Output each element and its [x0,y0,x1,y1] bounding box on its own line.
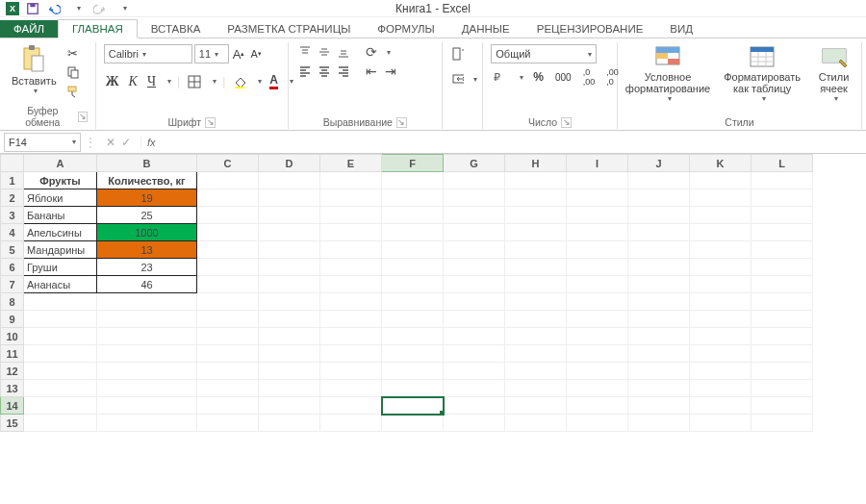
cell-E14[interactable] [320,397,382,415]
cell-D11[interactable] [259,345,320,363]
cell-H6[interactable] [505,259,567,276]
cell-E1[interactable] [320,172,382,189]
cell-L7[interactable] [751,276,813,293]
cell-A10[interactable] [24,328,97,345]
cell-F6[interactable] [382,259,444,276]
row-header-3[interactable]: 3 [1,207,24,224]
col-header-C[interactable]: C [197,155,259,172]
cell-E9[interactable] [320,311,382,328]
cell-C6[interactable] [197,259,259,276]
percent-format-icon[interactable]: % [531,70,546,84]
tab-рецензирование[interactable]: РЕЦЕНЗИРОВАНИЕ [523,20,657,38]
cell-J4[interactable] [628,224,690,241]
cell-L2[interactable] [751,189,813,207]
col-header-D[interactable]: D [259,155,320,172]
row-header-5[interactable]: 5 [1,241,24,259]
row-header-11[interactable]: 11 [1,345,24,363]
cell-H14[interactable] [505,397,567,415]
cell-L5[interactable] [751,241,813,259]
cell-L4[interactable] [751,224,813,241]
cell-D13[interactable] [259,380,320,397]
cell-F5[interactable] [382,241,444,259]
col-header-F[interactable]: F [382,155,444,172]
row-header-6[interactable]: 6 [1,259,24,276]
cell-C5[interactable] [197,241,259,259]
cell-F1[interactable] [382,172,444,189]
align-middle-icon[interactable] [316,44,331,60]
name-box[interactable]: F14 ▾ [4,133,81,152]
cell-L6[interactable] [751,259,813,276]
borders-dropdown-icon[interactable]: ▾ [213,77,216,86]
cell-L12[interactable] [751,363,813,380]
cell-G13[interactable] [444,380,505,397]
cell-B4[interactable]: 1000 [97,224,197,241]
cell-I13[interactable] [567,380,628,397]
name-box-dropdown-icon[interactable]: ▾ [72,138,76,146]
cell-I3[interactable] [567,207,628,224]
cell-J9[interactable] [628,311,690,328]
decrease-indent-icon[interactable]: ⇤ [364,63,379,79]
cell-K1[interactable] [690,172,751,189]
clipboard-launcher-icon[interactable]: ↘ [78,112,88,122]
fill-color-icon[interactable] [231,75,248,88]
col-header-H[interactable]: H [505,155,567,172]
cell-H12[interactable] [505,363,567,380]
cell-B11[interactable] [97,345,197,363]
cell-I4[interactable] [567,224,628,241]
cell-E2[interactable] [320,189,382,207]
format-as-table-button[interactable]: Форматировать как таблицу▾ [724,44,801,103]
cell-C11[interactable] [197,345,259,363]
cell-E4[interactable] [320,224,382,241]
cell-I10[interactable] [567,328,628,345]
cell-I1[interactable] [567,172,628,189]
cell-A6[interactable]: Груши [24,259,97,276]
font-size-combo[interactable]: 11▾ [194,44,229,63]
cell-G10[interactable] [444,328,505,345]
wrap-text-icon[interactable] [450,46,466,62]
row-header-4[interactable]: 4 [1,224,24,241]
cell-L11[interactable] [751,345,813,363]
cell-L15[interactable] [751,415,813,432]
tab-формулы[interactable]: ФОРМУЛЫ [364,20,447,38]
cell-J14[interactable] [628,397,690,415]
col-header-L[interactable]: L [751,155,813,172]
align-bottom-icon[interactable] [335,44,350,60]
cell-B1[interactable]: Количество, кг [97,172,197,189]
cell-A15[interactable] [24,415,97,432]
cell-J5[interactable] [628,241,690,259]
cell-C8[interactable] [197,293,259,311]
bold-button[interactable]: Ж [104,74,121,89]
row-header-8[interactable]: 8 [1,293,24,311]
row-header-2[interactable]: 2 [1,189,24,207]
cell-G4[interactable] [444,224,505,241]
cell-J6[interactable] [628,259,690,276]
cell-J3[interactable] [628,207,690,224]
cell-B15[interactable] [97,415,197,432]
align-center-icon[interactable] [316,63,331,79]
cell-J2[interactable] [628,189,690,207]
cell-I9[interactable] [567,311,628,328]
cell-I6[interactable] [567,259,628,276]
cell-F13[interactable] [382,380,444,397]
cell-F15[interactable] [382,415,444,432]
cell-A8[interactable] [24,293,97,311]
font-name-combo[interactable]: Calibri▾ [104,44,192,63]
tab-данные[interactable]: ДАННЫЕ [448,20,523,38]
cell-G14[interactable] [444,397,505,415]
orientation-icon[interactable]: ⟳ [364,44,379,60]
italic-button[interactable]: К [127,74,140,89]
row-header-14[interactable]: 14 [1,397,24,415]
cell-D8[interactable] [259,293,320,311]
cell-H9[interactable] [505,311,567,328]
cell-F2[interactable] [382,189,444,207]
col-header-G[interactable]: G [444,155,505,172]
merge-cells-icon[interactable] [450,71,466,87]
align-top-icon[interactable] [296,44,312,60]
col-header-B[interactable]: B [97,155,197,172]
cell-H13[interactable] [505,380,567,397]
tab-file[interactable]: ФАЙЛ [0,20,58,38]
cell-E8[interactable] [320,293,382,311]
save-icon[interactable] [25,1,40,16]
cell-G12[interactable] [444,363,505,380]
cell-F7[interactable] [382,276,444,293]
